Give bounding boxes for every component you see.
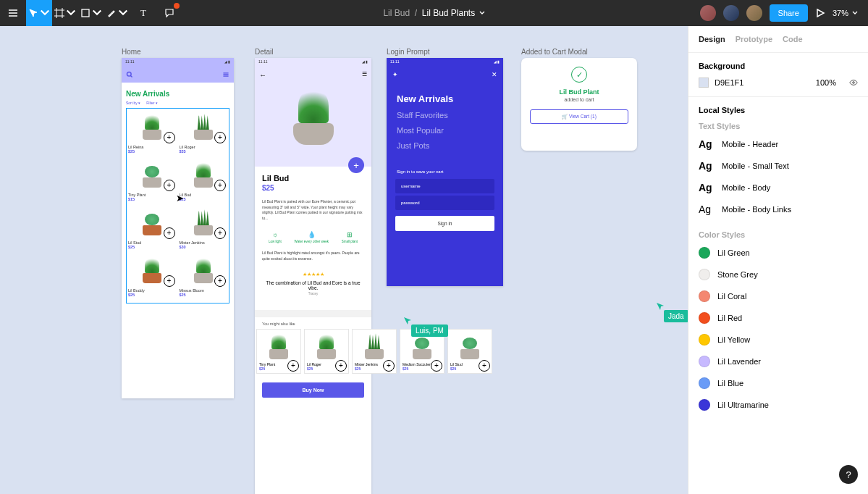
color-style-row[interactable]: Lil Yellow [699, 329, 858, 351]
frame-tool[interactable] [52, 0, 78, 26]
color-style-row[interactable]: Lil Blue [699, 372, 858, 394]
suggestion-card[interactable]: + Mister Jenkins$25 [352, 329, 397, 374]
help-button[interactable]: ? [839, 465, 858, 484]
buy-button[interactable]: Buy Now [262, 382, 364, 398]
close-icon[interactable]: ✕ [492, 71, 497, 78]
nav-item[interactable]: New Arrivals [397, 93, 493, 104]
frame-detail[interactable]: 11:11◢ ▮ ← ☰ + Lil Bud $25 Lil Bud Plant… [255, 58, 371, 494]
add-icon[interactable]: + [214, 227, 226, 239]
main-menu-button[interactable] [0, 0, 26, 26]
product-card[interactable]: + Lil Bud $25 [180, 158, 228, 201]
frame-label-detail[interactable]: Detail [255, 48, 274, 56]
frame-label-home[interactable]: Home [122, 48, 141, 56]
review-author: Tracey [262, 292, 364, 296]
add-fab[interactable]: + [348, 157, 364, 173]
background-opacity[interactable]: 100% [816, 78, 836, 87]
color-style-row[interactable]: Lil Green [699, 242, 858, 264]
text-style-row[interactable]: AgMobile - Body Links [699, 198, 858, 220]
product-card[interactable]: + Mister Jenkins $30 [180, 206, 228, 249]
text-tool[interactable]: T [130, 0, 156, 26]
menu-icon [222, 71, 229, 78]
nav-item[interactable]: Staff Favorites [397, 111, 493, 120]
color-style-row[interactable]: Lil Ultramarine [699, 394, 858, 416]
cart-subtitle: added to cart [530, 97, 628, 102]
sort-dropdown[interactable]: Sort by ▾ [126, 101, 140, 105]
text-styles-label: Text Styles [699, 122, 858, 130]
section-title: New Arrivals [126, 90, 229, 98]
text-style-row[interactable]: AgMobile - Body [699, 177, 858, 198]
product-card[interactable]: + Lil Reina $25 [128, 110, 177, 154]
add-icon[interactable]: + [479, 360, 490, 372]
view-cart-button[interactable]: 🛒 View Cart (1) [530, 109, 628, 124]
password-field[interactable]: password [395, 196, 494, 210]
sparkle-icon: ✦ [392, 71, 398, 78]
suggest-title: You might also like [255, 322, 371, 329]
add-icon[interactable]: + [164, 227, 175, 239]
suggestion-card[interactable]: + Tiny Plant$25 [256, 329, 301, 374]
signin-button[interactable]: Sign in [395, 216, 494, 231]
pen-tool[interactable] [104, 0, 130, 26]
zoom-level[interactable]: 37% [833, 9, 858, 17]
frame-label-login[interactable]: Login Prompt [387, 48, 429, 56]
text-style-row[interactable]: AgMobile - Header [699, 133, 858, 155]
nav-item[interactable]: Most Popular [397, 126, 493, 135]
text-style-row[interactable]: AgMobile - Small Text [699, 155, 858, 177]
add-icon[interactable]: + [383, 360, 395, 372]
star-rating: ★★★★★ [262, 272, 364, 277]
product-card[interactable]: + Lil Stud $25 [128, 206, 177, 249]
properties-panel: Design Prototype Code Background D9E1F1 … [688, 26, 868, 494]
add-icon[interactable]: + [335, 360, 347, 372]
avatar-user-2[interactable] [723, 5, 739, 21]
stat-item: ⊞Small plant [342, 231, 358, 243]
suggestion-card[interactable]: + Lil Stud$25 [447, 329, 492, 374]
product-price: $35 [180, 149, 228, 154]
product-grid-selection[interactable]: + Lil Reina $25 + Lil Roger $35 + Tiny P… [126, 108, 229, 303]
canvas[interactable]: Home 11:11◢ ▮ New Arrivals Sort by ▾ Fil… [0, 26, 688, 494]
frame-home[interactable]: 11:11◢ ▮ New Arrivals Sort by ▾ Filter ▾… [122, 58, 234, 398]
frame-login[interactable]: 11:11◢ ▮ ✦✕ New ArrivalsStaff FavoritesM… [387, 58, 503, 286]
color-style-row[interactable]: Lil Coral [699, 285, 858, 307]
back-arrow-icon[interactable]: ← [259, 71, 266, 79]
shape-tool[interactable] [78, 0, 104, 26]
color-style-row[interactable]: Stone Grey [699, 264, 858, 285]
visibility-icon[interactable] [849, 78, 858, 87]
tab-design[interactable]: Design [699, 35, 725, 43]
present-icon[interactable] [815, 8, 825, 18]
product-card[interactable]: + Missus Bloom $25 [180, 254, 228, 297]
add-icon[interactable]: + [164, 132, 175, 143]
share-button[interactable]: Share [770, 4, 808, 22]
product-card[interactable]: + Tiny Plant $15 [128, 158, 177, 201]
product-card[interactable]: + Lil Buddy $25 [128, 254, 177, 297]
username-field[interactable]: username [395, 179, 494, 193]
product-title: Lil Bud [262, 174, 364, 183]
suggestion-card[interactable]: + Lil Roger$25 [304, 329, 349, 374]
add-icon[interactable]: + [214, 132, 226, 143]
move-tool[interactable] [26, 0, 52, 26]
comment-tool[interactable] [156, 0, 182, 26]
cursor-self: ➤ [176, 193, 184, 204]
add-icon[interactable]: + [164, 275, 175, 287]
add-icon[interactable]: + [214, 180, 226, 191]
tab-prototype[interactable]: Prototype [736, 35, 772, 43]
nav-item[interactable]: Just Pots [397, 141, 493, 150]
product-card[interactable]: + Lil Roger $35 [180, 110, 228, 154]
tab-code[interactable]: Code [783, 35, 803, 43]
add-icon[interactable]: + [164, 180, 175, 191]
add-icon[interactable]: + [214, 275, 226, 287]
menu-icon[interactable]: ☰ [362, 71, 367, 78]
product-price: $25 [128, 149, 177, 154]
avatar-user-1[interactable] [700, 5, 716, 21]
frame-cart[interactable]: ✓ Lil Bud Plant added to cart 🛒 View Car… [521, 58, 637, 151]
cursor-luis: Luis, PM [403, 316, 413, 329]
add-icon[interactable]: + [287, 360, 299, 372]
background-hex[interactable]: D9E1F1 [715, 78, 743, 87]
background-swatch[interactable] [699, 78, 709, 88]
frame-label-cart[interactable]: Added to Cart Modal [521, 48, 588, 56]
color-style-row[interactable]: Lil Red [699, 307, 858, 329]
filter-dropdown[interactable]: Filter ▾ [146, 101, 158, 105]
document-title[interactable]: Lil Bud / Lil Bud Plants [383, 8, 484, 18]
cart-title: Lil Bud Plant [530, 88, 628, 96]
add-icon[interactable]: + [431, 360, 442, 372]
color-style-row[interactable]: Lil Lavender [699, 351, 858, 372]
avatar-user-3[interactable] [746, 5, 762, 21]
